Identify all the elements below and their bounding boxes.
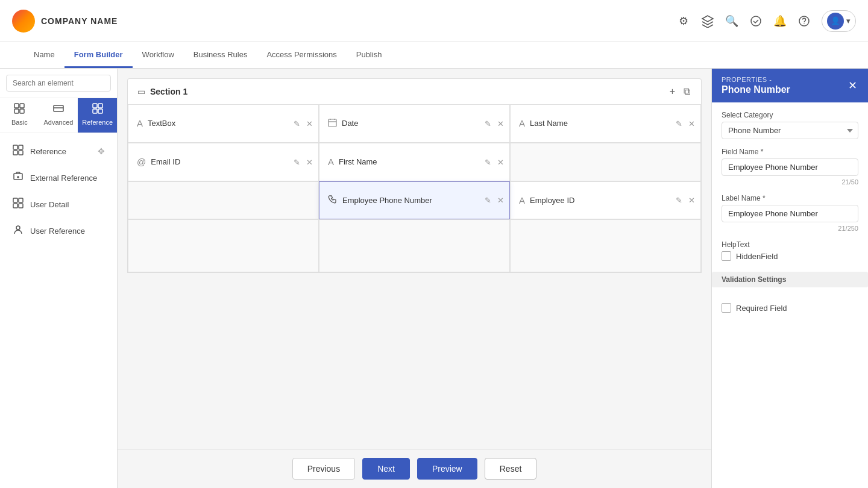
canvas-content: ▭ Section 1 + ⧉ A TextBox ✎ ✕ <box>118 69 711 449</box>
textbox-delete[interactable]: ✕ <box>304 118 315 128</box>
section-copy-button[interactable]: ⧉ <box>682 85 691 98</box>
hidden-field-checkbox[interactable] <box>722 251 731 261</box>
sidebar-item-user-detail[interactable]: User Detail <box>4 192 113 217</box>
user-reference-icon <box>12 224 24 237</box>
email-delete[interactable]: ✕ <box>304 157 315 167</box>
lastname-edit[interactable]: ✎ <box>674 118 684 128</box>
employee-id-label: Employee ID <box>530 196 574 205</box>
section-add-button[interactable]: + <box>668 85 676 98</box>
tab-business-rules[interactable]: Business Rules <box>184 43 257 68</box>
field-date[interactable]: Date ✎ ✕ <box>319 104 510 143</box>
section-actions: + ⧉ <box>668 85 691 98</box>
section-collapse-icon[interactable]: ▭ <box>137 87 145 96</box>
textbox-icon: A <box>137 118 143 128</box>
empid-edit[interactable]: ✎ <box>674 195 684 205</box>
drag-handle[interactable]: ✥ <box>98 146 105 156</box>
reference-item-icon <box>12 145 24 158</box>
prop-field-name: Field Name * 21/50 <box>722 148 858 186</box>
search-icon[interactable]: 🔍 <box>725 14 738 28</box>
tab-publish[interactable]: Publish <box>347 43 392 68</box>
field-first-name[interactable]: A First Name ✎ ✕ <box>319 143 510 181</box>
panel-header: PROPERTIES - Phone Number ✕ <box>712 69 868 102</box>
search-input[interactable] <box>6 75 111 92</box>
first-name-icon: A <box>328 157 334 167</box>
textbox-label: TextBox <box>148 119 175 128</box>
tab-access-permissions[interactable]: Access Permissions <box>257 43 346 68</box>
hidden-field-label: HiddenField <box>736 252 778 261</box>
panel-close-button[interactable]: ✕ <box>847 78 858 93</box>
date-delete[interactable]: ✕ <box>495 118 506 128</box>
svg-rect-13 <box>19 145 23 149</box>
tab-advanced[interactable]: Advanced <box>39 98 78 133</box>
reset-button[interactable]: Reset <box>485 458 537 480</box>
employee-phone-label: Employee Phone Number <box>342 196 432 205</box>
sidebar-item-external-reference[interactable]: External Reference <box>4 165 113 190</box>
next-button[interactable]: Next <box>362 458 410 480</box>
field-email-id[interactable]: @ Email ID ✎ ✕ <box>128 143 319 181</box>
reference-label: Reference <box>82 119 113 126</box>
previous-button[interactable]: Previous <box>292 458 355 480</box>
cell-actions-empid: ✎ ✕ <box>674 195 697 205</box>
field-last-name[interactable]: A Last Name ✎ ✕ <box>510 104 701 143</box>
firstname-delete[interactable]: ✕ <box>495 157 506 167</box>
email-icon: @ <box>137 157 146 167</box>
bottom-bar: Previous Next Preview Reset <box>118 449 711 488</box>
phone-edit[interactable]: ✎ <box>483 195 493 205</box>
field-name-input[interactable] <box>722 158 858 176</box>
required-field-checkbox[interactable] <box>722 303 731 313</box>
cell-actions-phone: ✎ ✕ <box>483 195 506 205</box>
label-name-input[interactable] <box>722 205 858 222</box>
svg-rect-3 <box>20 104 24 108</box>
date-edit[interactable]: ✎ <box>483 118 493 128</box>
advanced-label: Advanced <box>44 119 74 126</box>
empid-delete[interactable]: ✕ <box>687 195 697 205</box>
preview-button[interactable]: Preview <box>417 458 477 480</box>
svg-rect-19 <box>13 198 17 202</box>
user-detail-icon <box>12 198 24 211</box>
svg-point-1 <box>799 16 809 26</box>
field-employee-phone[interactable]: Employee Phone Number ✎ ✕ <box>319 181 510 220</box>
email-edit[interactable]: ✎ <box>292 157 302 167</box>
field-employee-id[interactable]: A Employee ID ✎ ✕ <box>510 181 701 220</box>
notification-icon[interactable]: 🔔 <box>773 14 787 28</box>
layers-icon[interactable] <box>701 14 714 28</box>
tab-basic[interactable]: Basic <box>0 98 39 133</box>
field-empty-3-1 <box>128 181 319 220</box>
svg-rect-20 <box>19 198 23 202</box>
sidebar-item-user-reference[interactable]: User Reference <box>4 218 113 243</box>
help-icon[interactable] <box>797 14 811 28</box>
hidden-field-row: HiddenField <box>722 251 858 261</box>
svg-rect-2 <box>14 104 19 108</box>
reference-item-label: Reference <box>30 147 66 156</box>
lastname-delete[interactable]: ✕ <box>687 118 697 128</box>
field-textbox[interactable]: A TextBox ✎ ✕ <box>128 104 319 143</box>
basic-icon <box>14 103 25 116</box>
tab-form-builder[interactable]: Form Builder <box>64 43 133 68</box>
cell-actions-textbox: ✎ ✕ <box>292 118 315 128</box>
firstname-edit[interactable]: ✎ <box>483 157 493 167</box>
svg-rect-12 <box>13 145 17 149</box>
form-grid: A TextBox ✎ ✕ <box>127 104 702 273</box>
svg-rect-6 <box>54 105 63 111</box>
check-icon[interactable] <box>749 14 763 28</box>
textbox-edit[interactable]: ✎ <box>292 118 302 128</box>
svg-rect-11 <box>98 109 102 113</box>
tab-name[interactable]: Name <box>24 43 64 68</box>
svg-rect-4 <box>14 109 19 113</box>
sidebar-item-reference[interactable]: Reference ✥ <box>4 139 113 164</box>
section-title: Section 1 <box>150 87 187 96</box>
tab-workflow[interactable]: Workflow <box>133 43 184 68</box>
company-name: COMPANY NAME <box>41 16 118 26</box>
user-avatar[interactable]: 👤 ▾ <box>822 10 856 32</box>
panel-header-content: PROPERTIES - Phone Number <box>722 76 790 95</box>
element-type-tabs: Basic Advanced <box>0 98 117 133</box>
tab-reference[interactable]: Reference ✓ <box>78 98 117 133</box>
category-select[interactable]: Phone Number <box>722 122 858 139</box>
cell-actions-lastname: ✎ ✕ <box>674 118 697 128</box>
settings-icon[interactable]: ⚙ <box>677 14 690 28</box>
date-icon <box>328 118 337 129</box>
search-box <box>0 69 117 98</box>
canvas-area: ▭ Section 1 + ⧉ A TextBox ✎ ✕ <box>118 69 711 488</box>
phone-delete[interactable]: ✕ <box>495 195 506 205</box>
left-sidebar: Basic Advanced <box>0 69 118 488</box>
